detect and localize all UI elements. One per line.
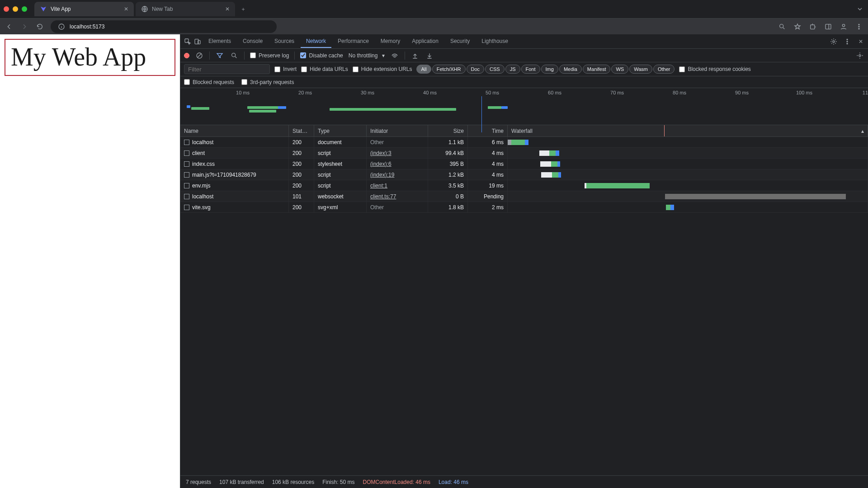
site-info-icon[interactable]	[57, 22, 66, 31]
tab-console[interactable]: Console	[237, 35, 268, 48]
type-filter-img[interactable]: Img	[541, 65, 558, 74]
upload-har-icon[interactable]	[410, 51, 420, 60]
menu-icon[interactable]	[854, 22, 863, 31]
status-requests: 7 requests	[186, 479, 211, 485]
tab-application[interactable]: Application	[406, 35, 444, 48]
initiator-link[interactable]: client.ts:77	[370, 193, 396, 200]
throttling-select[interactable]: No throttling▾	[349, 52, 385, 59]
profile-icon[interactable]	[839, 22, 848, 31]
col-type[interactable]: Type	[314, 125, 367, 136]
extensions-icon[interactable]	[808, 22, 817, 31]
filter-bar-row2: Blocked requests 3rd-party requests	[180, 76, 868, 88]
type-filter-ws[interactable]: WS	[611, 65, 628, 74]
filter-icon[interactable]	[215, 51, 224, 60]
type-filter-wasm[interactable]: Wasm	[629, 65, 652, 74]
back-button[interactable]	[5, 22, 14, 31]
table-row[interactable]: env.mjs200scriptclient:13.5 kB19 ms	[180, 180, 868, 191]
settings-icon[interactable]	[855, 51, 864, 60]
type-filter-all[interactable]: All	[416, 65, 431, 74]
chevron-down-icon[interactable]	[855, 5, 864, 14]
type-filter-fetchxhr[interactable]: Fetch/XHR	[432, 65, 466, 74]
col-size[interactable]: Size	[428, 125, 468, 136]
initiator-link[interactable]: (index):19	[370, 172, 394, 178]
url-field[interactable]: localhost:5173	[51, 20, 277, 33]
type-filter-doc[interactable]: Doc	[467, 65, 485, 74]
close-window-button[interactable]	[4, 6, 9, 12]
search-icon[interactable]	[230, 51, 239, 60]
timeline-tick: 40 ms	[423, 90, 437, 95]
browser-tab-active[interactable]: Vite App ✕	[34, 2, 134, 16]
col-status[interactable]: Stat…	[289, 125, 314, 136]
zoom-icon[interactable]	[778, 22, 787, 31]
disable-cache-checkbox[interactable]: Disable cache	[300, 52, 343, 59]
hide-data-urls-checkbox[interactable]: Hide data URLs	[301, 66, 348, 72]
svg-point-7	[859, 26, 859, 27]
close-tab-icon[interactable]: ✕	[124, 6, 128, 12]
browser-tab-inactive[interactable]: New Tab ✕	[136, 2, 235, 16]
type-filter-css[interactable]: CSS	[485, 65, 505, 74]
col-name[interactable]: Name	[180, 125, 289, 136]
page-heading: My Web App	[11, 43, 169, 71]
timeline-tick: 100 ms	[796, 90, 812, 95]
third-party-checkbox[interactable]: 3rd-party requests	[241, 79, 294, 85]
tab-sources[interactable]: Sources	[269, 35, 300, 48]
hide-extension-urls-checkbox[interactable]: Hide extension URLs	[353, 66, 412, 72]
forward-button[interactable]	[20, 22, 29, 31]
table-row[interactable]: localhost101websocketclient.ts:770 BPend…	[180, 191, 868, 202]
request-time: 2 ms	[468, 202, 508, 212]
filter-input[interactable]	[184, 64, 270, 74]
type-filter-manifest[interactable]: Manifest	[583, 65, 611, 74]
blocked-cookies-checkbox[interactable]: Blocked response cookies	[679, 66, 750, 72]
tab-performance[interactable]: Performance	[332, 35, 374, 48]
col-initiator[interactable]: Initiator	[367, 125, 428, 136]
type-filter-media[interactable]: Media	[559, 65, 582, 74]
table-row[interactable]: vite.svg200svg+xmlOther1.8 kB2 ms	[180, 202, 868, 213]
table-row[interactable]: client200script(index):399.4 kB4 ms	[180, 148, 868, 159]
side-panel-icon[interactable]	[824, 22, 833, 31]
inspect-element-icon[interactable]	[183, 37, 192, 46]
timeline-overview[interactable]: 10 ms20 ms30 ms40 ms50 ms60 ms70 ms80 ms…	[180, 88, 868, 125]
initiator-link[interactable]: (index):3	[370, 150, 392, 156]
blocked-requests-checkbox[interactable]: Blocked requests	[184, 79, 234, 85]
type-filter-other[interactable]: Other	[653, 65, 675, 74]
svg-rect-4	[826, 24, 831, 29]
waterfall-cell	[508, 202, 868, 212]
tab-memory[interactable]: Memory	[375, 35, 406, 48]
reload-button[interactable]	[35, 22, 44, 31]
tab-elements[interactable]: Elements	[203, 35, 236, 48]
network-conditions-icon[interactable]	[390, 51, 399, 60]
invert-checkbox[interactable]: Invert	[274, 66, 297, 72]
table-row[interactable]: localhost200documentOther1.1 kB6 ms	[180, 137, 868, 148]
request-time: Pending	[468, 191, 508, 202]
clear-icon[interactable]	[195, 51, 204, 60]
initiator-link[interactable]: client:1	[370, 183, 387, 189]
device-toolbar-icon[interactable]	[193, 37, 202, 46]
close-icon[interactable]: ✕	[856, 37, 865, 46]
maximize-window-button[interactable]	[22, 6, 27, 12]
request-type: script	[314, 180, 367, 191]
tab-security[interactable]: Security	[445, 35, 475, 48]
page-viewport: My Web App	[0, 34, 180, 488]
col-time[interactable]: Time	[468, 125, 508, 136]
request-type: stylesheet	[314, 159, 367, 169]
minimize-window-button[interactable]	[13, 6, 18, 12]
bookmark-icon[interactable]	[793, 22, 802, 31]
download-har-icon[interactable]	[425, 51, 434, 60]
new-tab-button[interactable]: ＋	[237, 3, 250, 15]
gear-icon[interactable]	[829, 37, 838, 46]
table-row[interactable]: main.js?t=1710941828679200script(index):…	[180, 169, 868, 180]
type-filter-font[interactable]: Font	[521, 65, 540, 74]
tab-network[interactable]: Network	[301, 35, 331, 48]
record-button[interactable]	[184, 53, 189, 58]
timeline-tick: 70 ms	[610, 90, 624, 95]
col-waterfall[interactable]: Waterfall▴	[508, 125, 868, 136]
table-row[interactable]: index.css200stylesheet(index):6395 B4 ms	[180, 159, 868, 169]
svg-point-5	[842, 24, 844, 26]
close-tab-icon[interactable]: ✕	[225, 6, 230, 12]
file-icon	[184, 194, 189, 199]
initiator-link[interactable]: (index):6	[370, 161, 392, 167]
more-icon[interactable]	[843, 37, 852, 46]
tab-lighthouse[interactable]: Lighthouse	[476, 35, 514, 48]
type-filter-js[interactable]: JS	[505, 65, 520, 74]
preserve-log-checkbox[interactable]: Preserve log	[250, 52, 289, 59]
